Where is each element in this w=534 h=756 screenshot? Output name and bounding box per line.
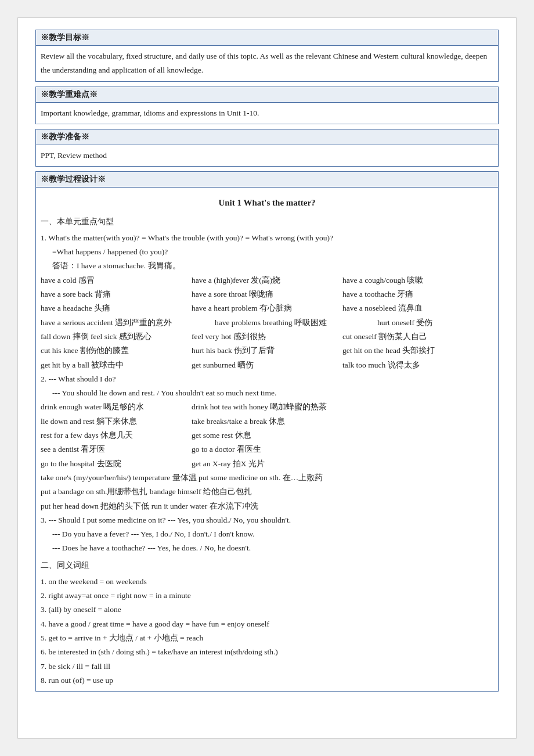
vocab2-1-2 <box>342 415 493 429</box>
vocab2-row-1: lie down and rest 躺下来休息 take breaks/take… <box>41 415 493 429</box>
synonym-item-5: 6. be interested in (sth / doing sth.) =… <box>41 645 493 659</box>
section-1-text: Review all the vocabulary, fixed structu… <box>41 49 493 78</box>
synonym-item-0: 1. on the weekend = on weekends <box>41 575 493 589</box>
line-bandage: put a bandage on sth.用绷带包扎 bandage himse… <box>41 485 493 499</box>
vocab-0-0: have a cold 感冒 <box>41 273 192 287</box>
part1-title: 一、本单元重点句型 <box>41 214 493 229</box>
vocab2-row-2: rest for a few days 休息几天 get some rest 休… <box>41 429 493 442</box>
section-content-2: Important knowledge, grammar, idioms and… <box>35 103 499 124</box>
vocab-1-1: have a sore throat 喉咙痛 <box>192 287 342 301</box>
section-3-text: PPT, Review method <box>41 149 493 163</box>
vocab2-4-2 <box>342 457 493 471</box>
vocab-row-3: have a serious accident 遇到严重的意外 have pro… <box>41 316 493 330</box>
synonym-item-4: 5. get to = arrive in + 大地点 / at + 小地点 =… <box>41 631 493 645</box>
part2-title: 二、同义词组 <box>41 558 493 573</box>
synonym-item-6: 7. be sick / ill = fall ill <box>41 660 493 674</box>
section-header-1: ※教学目标※ <box>35 30 499 46</box>
vocab2-4-0: go to the hospital 去医院 <box>41 457 192 471</box>
vocab-4-0: fall down 摔倒 feel sick 感到恶心 <box>41 330 192 344</box>
q2a-line: --- You should lie down and rest. / You … <box>52 386 493 400</box>
vocab2-3-0: see a dentist 看牙医 <box>41 442 192 456</box>
synonyms-list: 1. on the weekend = on weekends2. right … <box>41 575 493 687</box>
section-header-2: ※教学重难点※ <box>35 87 499 103</box>
vocab2-row-3: see a dentist 看牙医 go to a doctor 看医生 <box>41 442 493 456</box>
vocab2-2-1: get some rest 休息 <box>192 429 342 442</box>
vocab-5-0: cut his knee 割伤他的膝盖 <box>41 344 192 358</box>
q2-line: 2. --- What should I do? <box>41 372 493 386</box>
q3c-line: --- Does he have a toothache? --- Yes, h… <box>52 541 493 555</box>
vocab2-3-2 <box>342 442 493 456</box>
vocab-row-1: have a sore back 背痛 have a sore throat 喉… <box>41 287 493 301</box>
vocab-row-0: have a cold 感冒 have a (high)fever 发(高)烧 … <box>41 273 493 287</box>
vocab2-3-1: go to a doctor 看医生 <box>192 442 342 456</box>
vocab2-2-0: rest for a few days 休息几天 <box>41 429 192 442</box>
vocab-2-2: have a nosebleed 流鼻血 <box>342 301 493 315</box>
section-header-4: ※教学过程设计※ <box>35 171 499 188</box>
vocab-6-1: get sunburned 晒伤 <box>192 358 342 372</box>
vocab2-0-2 <box>342 400 493 414</box>
line-head: put her head down 把她的头下低 run it under wa… <box>41 499 493 513</box>
vocab-1-2: have a toothache 牙痛 <box>342 287 493 301</box>
q3b-line: --- Do you have a fever? --- Yes, I do./… <box>52 527 493 541</box>
vocab-5-2: get hit on the head 头部挨打 <box>342 344 493 358</box>
vocab-1-0: have a sore back 背痛 <box>41 287 192 301</box>
vocab-2-1: have a heart problem 有心脏病 <box>192 301 342 315</box>
vocab2-row-0: drink enough water 喝足够的水 drink hot tea w… <box>41 400 493 414</box>
vocab-2-0: have a headache 头痛 <box>41 301 192 315</box>
vocab-5-1: hurt his back 伤到了后背 <box>192 344 342 358</box>
vocab-3-0: have a serious accident 遇到严重的意外 <box>41 316 215 330</box>
vocab2-2-2 <box>342 429 493 442</box>
section-header-3: ※教学准备※ <box>35 129 499 145</box>
vocab-3-1: have problems breathing 呼吸困难 <box>215 316 377 330</box>
vocab-6-0: get hit by a ball 被球击中 <box>41 358 192 372</box>
vocab2-1-1: take breaks/take a break 休息 <box>192 415 342 429</box>
vocab-4-2: cut oneself 割伤某人自己 <box>342 330 493 344</box>
section-content-1: Review all the vocabulary, fixed structu… <box>35 46 499 82</box>
q1c-line: 答语：I have a stomachache. 我胃痛。 <box>52 259 493 273</box>
vocab2-row-4: go to the hospital 去医院 get an X-ray 拍X 光… <box>41 457 493 471</box>
vocab-0-1: have a (high)fever 发(高)烧 <box>192 273 342 287</box>
synonym-item-3: 4. have a good / great time = have a goo… <box>41 617 493 631</box>
synonym-item-7: 8. run out (of) = use up <box>41 674 493 687</box>
section-content-4: Unit 1 What's the matter? 一、本单元重点句型 1. W… <box>35 188 499 692</box>
vocab-row-5: cut his knee 割伤他的膝盖 hurt his back 伤到了后背 … <box>41 344 493 358</box>
vocab-6-2: talk too much 说得太多 <box>342 358 493 372</box>
vocab-row-6: get hit by a ball 被球击中 get sunburned 晒伤 … <box>41 358 493 372</box>
section-content-3: PPT, Review method <box>35 145 499 167</box>
q1b-line: =What happens / happened (to you)? <box>52 245 493 259</box>
q3-line: 3. --- Should I put some medicine on it?… <box>41 513 493 527</box>
q1-line: 1. What's the matter(with you)? = What's… <box>41 231 493 245</box>
synonym-item-1: 2. right away=at once = right now = in a… <box>41 589 493 603</box>
vocab2-0-1: drink hot tea with honey 喝加蜂蜜的热茶 <box>192 400 342 414</box>
vocab-3-2: hurt oneself 受伤 <box>377 316 493 330</box>
synonym-item-2: 3. (all) by oneself = alone <box>41 603 493 617</box>
vocab-row-2: have a headache 头痛 have a heart problem … <box>41 301 493 315</box>
page: ※教学目标※ Review all the vocabulary, fixed … <box>17 17 517 739</box>
vocab-4-1: feel very hot 感到很热 <box>192 330 342 344</box>
line-temp: take one's (my/your/her/his/) temperatur… <box>41 471 493 485</box>
vocab2-0-0: drink enough water 喝足够的水 <box>41 400 192 414</box>
vocab2-1-0: lie down and rest 躺下来休息 <box>41 415 192 429</box>
vocab2-4-1: get an X-ray 拍X 光片 <box>192 457 342 471</box>
vocab-row-4: fall down 摔倒 feel sick 感到恶心 feel very ho… <box>41 330 493 344</box>
vocab-0-2: have a cough/cough 咳嗽 <box>342 273 493 287</box>
section-2-text: Important knowledge, grammar, idioms and… <box>41 106 493 120</box>
unit-title: Unit 1 What's the matter? <box>41 196 493 211</box>
